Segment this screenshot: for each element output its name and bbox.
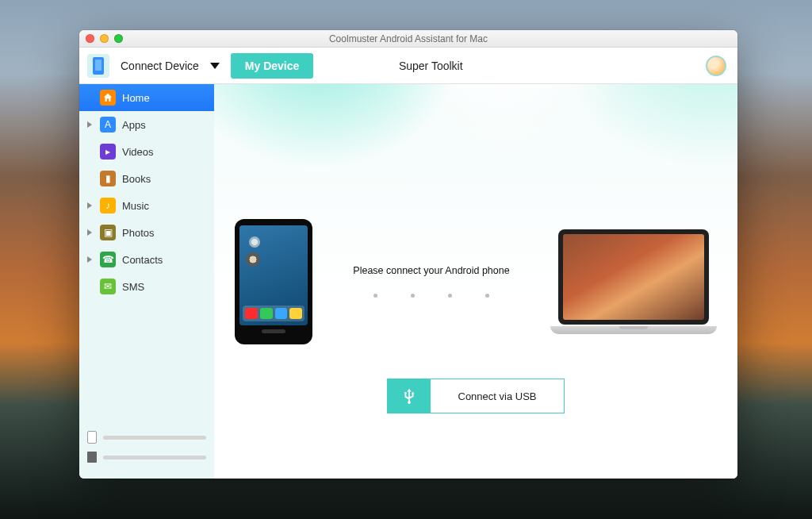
- avatar[interactable]: [706, 56, 726, 76]
- sidebar-item-home[interactable]: Home: [79, 84, 214, 111]
- sidebar-item-apps[interactable]: A Apps: [79, 111, 214, 138]
- app-window: Coolmuster Android Assistant for Mac Con…: [79, 30, 737, 479]
- sidebar-item-label: Books: [122, 173, 151, 185]
- internal-storage-row: [87, 431, 206, 444]
- contacts-icon: ☎: [100, 252, 116, 267]
- connect-via-usb-label: Connect via USB: [431, 379, 564, 413]
- window-title: Coolmuster Android Assistant for Mac: [329, 33, 488, 44]
- minimize-icon[interactable]: [100, 34, 109, 43]
- device-icon: [87, 54, 109, 78]
- sidebar-item-label: SMS: [122, 281, 144, 293]
- connect-prompt: Please connect your Android phone: [353, 265, 509, 276]
- usb-icon: [388, 379, 431, 413]
- sms-icon: ✉: [100, 279, 116, 294]
- sidebar-item-label: Music: [122, 200, 149, 212]
- transfer-dots: [373, 294, 489, 298]
- title-bar: Coolmuster Android Assistant for Mac: [79, 30, 737, 48]
- internal-storage-bar: [103, 436, 206, 440]
- main-panel: Please connect your Android phone Connec…: [214, 84, 737, 479]
- expand-icon: [87, 256, 92, 263]
- photos-icon: ▣: [100, 225, 116, 240]
- connect-stage: Please connect your Android phone: [214, 84, 737, 479]
- my-device-button[interactable]: My Device: [231, 53, 313, 79]
- sidebar-item-label: Contacts: [122, 254, 163, 266]
- connect-via-usb-button[interactable]: Connect via USB: [387, 379, 565, 413]
- sidebar: Home A Apps ▸ Videos ▮ Books: [79, 84, 214, 479]
- videos-icon: ▸: [100, 144, 116, 160]
- music-icon: ♪: [100, 198, 116, 213]
- close-icon[interactable]: [86, 34, 94, 43]
- sidebar-menu: Home A Apps ▸ Videos ▮ Books: [79, 84, 214, 300]
- storage-panel: [79, 423, 214, 479]
- apps-icon: A: [100, 117, 116, 133]
- body: Home A Apps ▸ Videos ▮ Books: [79, 84, 737, 479]
- sidebar-item-books[interactable]: ▮ Books: [79, 165, 214, 192]
- sidebar-item-label: Videos: [122, 146, 154, 158]
- laptop-illustration: [550, 229, 717, 334]
- home-icon: [100, 90, 116, 106]
- traffic-lights: [86, 34, 123, 43]
- connect-device-dropdown[interactable]: Connect Device: [121, 60, 220, 72]
- expand-icon: [87, 121, 92, 128]
- super-toolkit-button[interactable]: Super Toolkit: [399, 60, 463, 72]
- sidebar-item-contacts[interactable]: ☎ Contacts: [79, 246, 214, 273]
- phone-storage-icon: [87, 431, 97, 444]
- sidebar-item-photos[interactable]: ▣ Photos: [79, 219, 214, 246]
- sidebar-item-label: Home: [122, 92, 150, 104]
- sidebar-item-music[interactable]: ♪ Music: [79, 192, 214, 219]
- super-toolkit-label: Super Toolkit: [399, 60, 463, 72]
- sd-storage-row: [87, 452, 206, 463]
- sidebar-item-label: Apps: [122, 119, 146, 131]
- connect-device-label: Connect Device: [121, 60, 199, 72]
- books-icon: ▮: [100, 171, 116, 186]
- zoom-icon[interactable]: [114, 34, 123, 43]
- sd-card-icon: [87, 452, 97, 463]
- chevron-down-icon: [210, 63, 220, 69]
- sidebar-item-label: Photos: [122, 227, 154, 239]
- sidebar-item-videos[interactable]: ▸ Videos: [79, 138, 214, 165]
- sidebar-item-sms[interactable]: ✉ SMS: [79, 273, 214, 300]
- toolbar: Connect Device My Device Super Toolkit: [79, 48, 737, 84]
- expand-icon: [87, 229, 92, 236]
- phone-illustration: [235, 219, 312, 344]
- expand-icon: [87, 202, 92, 209]
- sd-storage-bar: [103, 456, 206, 459]
- my-device-label: My Device: [245, 60, 299, 72]
